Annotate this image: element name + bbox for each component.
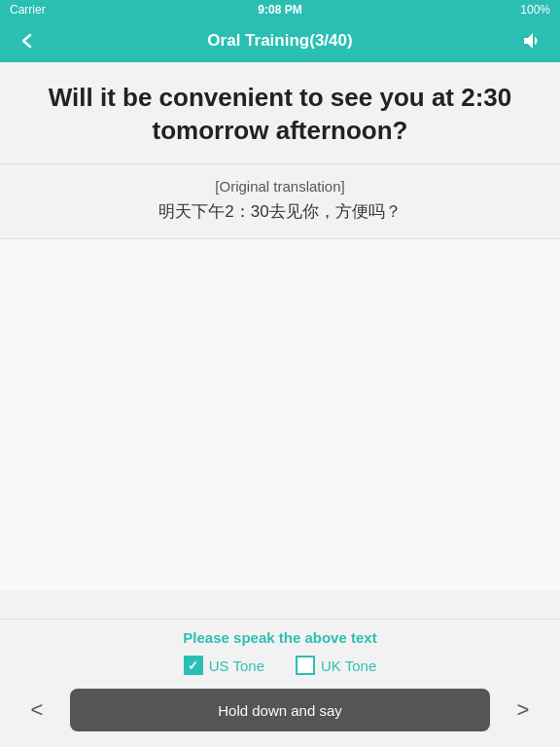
us-tone-label: US Tone [209,658,264,674]
previous-button[interactable]: < [19,693,54,728]
next-button[interactable]: > [506,693,541,728]
translation-text: 明天下午2：30去见你，方便吗？ [23,200,537,223]
status-bar: Carrier 9:08 PM 100% [0,0,560,19]
us-tone-option[interactable]: US Tone [184,656,264,675]
translation-area: [Original translation] 明天下午2：30去见你，方便吗？ [0,164,560,239]
hold-button-label: Hold down and say [218,702,342,719]
content-area [0,239,560,589]
us-tone-checkbox[interactable] [184,656,203,675]
question-text: Will it be convenient to see you at 2:30… [23,82,537,148]
back-button[interactable] [12,25,43,56]
uk-tone-label: UK Tone [321,658,376,674]
speak-prompt: Please speak the above text [16,629,544,646]
sound-button[interactable] [517,25,548,56]
tone-selection-row: US Tone UK Tone [16,656,544,675]
sentence-area: Will it be convenient to see you at 2:30… [0,62,560,164]
bottom-bar: Please speak the above text US Tone UK T… [0,619,560,747]
carrier-text: Carrier [10,3,46,17]
time-text: 9:08 PM [258,3,301,17]
uk-tone-option[interactable]: UK Tone [296,656,376,675]
uk-tone-checkbox[interactable] [296,656,315,675]
battery-indicator: 100% [520,3,550,17]
navigation-row: < Hold down and say > [16,689,544,731]
navigation-bar: Oral Training(3/40) [0,19,560,62]
hold-to-speak-button[interactable]: Hold down and say [70,689,490,731]
page-title: Oral Training(3/40) [207,31,352,51]
translation-label: [Original translation] [23,178,537,195]
